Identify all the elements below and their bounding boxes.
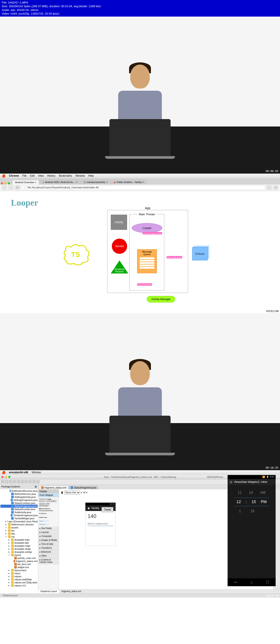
palette-section[interactable]: ▸ Time & Date — [38, 542, 59, 546]
palette-section[interactable]: ▸ Transitions — [38, 546, 59, 550]
tree-item[interactable]: activity_main.xml — [1, 556, 38, 560]
tab-marakana[interactable]: ⬡marakana/yamba× — [81, 180, 110, 184]
menu-help[interactable]: Help — [88, 174, 94, 177]
tree-item[interactable]: ▶values-sw600dp — [1, 578, 38, 581]
tree-item[interactable]: SettingsFragment.java — [1, 498, 38, 502]
app-icon: ◉ — [88, 506, 90, 510]
timestamp: 00:06:50 — [265, 170, 278, 173]
android-navbar: ↩ ⌂ ☐ — [228, 578, 276, 586]
back-button[interactable]: ↩ — [232, 580, 239, 584]
file-tree[interactable]: NotificationReceiver.javaRefreshService.… — [0, 489, 38, 588]
toolbar-icon[interactable] — [9, 480, 12, 484]
menu-button[interactable]: ≡ — [273, 185, 278, 190]
tab-android-sdk[interactable]: ◆Android SDK | Android De…× — [40, 180, 80, 184]
tree-item[interactable]: RefreshService.java — [1, 492, 38, 496]
tree-item[interactable]: NotificationReceiver.java — [1, 490, 38, 492]
bookmark-button[interactable]: ☆ — [266, 185, 272, 190]
window-controls[interactable] — [1, 182, 10, 184]
folder-icon — [11, 551, 14, 553]
tree-item[interactable]: ▶layout-land — [1, 569, 38, 572]
apple-icon[interactable]: 🍎 — [2, 174, 6, 178]
tree-item[interactable]: YambaWidget.java — [1, 517, 38, 520]
tree-item[interactable]: TimelineFragment.java — [1, 514, 38, 517]
editor-tab-fragment[interactable]: fragment_status.xml — [39, 486, 68, 490]
tree-item[interactable]: fragment_status.xml — [1, 560, 38, 563]
toolbar-icon[interactable] — [36, 480, 40, 484]
menu-edit[interactable]: Edit — [30, 174, 35, 177]
palette-section[interactable]: ▸ Custom & Library Views — [38, 558, 59, 564]
back-button[interactable]: ← — [2, 185, 7, 190]
tree-item[interactable]: ▶values-sw720dp-land — [1, 581, 38, 584]
toolbar-icon[interactable] — [5, 480, 8, 484]
tab-graphical-layout[interactable]: Graphical Layout — [38, 590, 59, 594]
menu-bookmarks[interactable]: Bookmarks — [59, 174, 72, 177]
status-input[interactable] — [88, 522, 113, 526]
emu-menu-window[interactable]: Window — [32, 471, 41, 474]
tree-item[interactable]: ▶drawable-mdpi — [1, 544, 38, 548]
menu-file[interactable]: File — [22, 174, 27, 177]
toolbar-icon[interactable] — [13, 480, 16, 484]
tab-android-overview[interactable]: Android Overview× — [12, 180, 39, 184]
palette-section[interactable]: ▸ Text Fields — [38, 526, 59, 530]
tree-item[interactable]: ▶Referenced Libraries — [1, 523, 38, 526]
close-icon[interactable]: × — [35, 181, 36, 184]
apple-icon[interactable]: 🍎 — [2, 470, 6, 474]
tree-item[interactable]: list_item.xml — [1, 563, 38, 566]
tree-item[interactable]: ▶drawable-xxhdpi — [1, 550, 38, 554]
tree-item[interactable]: SubActivity.java — [1, 511, 38, 514]
tree-item[interactable]: ▶gen [Generated Java Files] — [1, 520, 38, 523]
toolbar-icon[interactable] — [32, 480, 36, 484]
time-picker[interactable]: 1114AM 12:15PM 116 — [228, 485, 276, 519]
tree-item[interactable]: StatusContract.java — [1, 502, 38, 505]
device-select[interactable]: Nexus One — [64, 491, 80, 494]
palette-section[interactable]: ▸ Images & Media — [38, 538, 59, 542]
tree-item[interactable]: ▶libs — [1, 532, 38, 535]
tree-item[interactable]: ▶drawable-hdpi — [1, 538, 38, 541]
tree-item[interactable]: ▶drawable-ldpi — [1, 541, 38, 544]
tweet-button[interactable]: Tweet — [102, 507, 113, 512]
tree-item[interactable]: ▶values-v11 — [1, 584, 38, 587]
close-icon[interactable]: × — [106, 181, 107, 184]
tree-item[interactable]: ▼layout — [1, 554, 38, 556]
menu-view[interactable]: View — [38, 174, 44, 177]
tree-item[interactable]: ▼assets — [1, 526, 38, 529]
palette-form-widgets[interactable]: Form Widgets — [38, 493, 59, 497]
palette-section[interactable]: ▸ Advanced — [38, 550, 59, 554]
tree-item[interactable]: SettingsActivity.java — [1, 496, 38, 498]
toolbar-icon[interactable] — [21, 480, 24, 484]
tree-item[interactable]: ▶values — [1, 575, 38, 578]
tab-yamba-timeline[interactable]: ◉Public timeline - Yamba× — [111, 180, 147, 184]
tree-item[interactable]: ▶drawable-xhdpi — [1, 548, 38, 550]
tree-item[interactable]: widget.xml — [1, 566, 38, 569]
selected-time-row[interactable]: 12:15PM — [234, 498, 269, 506]
tree-item[interactable]: StatusProvider.java — [1, 508, 38, 511]
tree-item[interactable]: ▶menu — [1, 572, 38, 575]
tree-item[interactable]: ▶bin — [1, 529, 38, 532]
button-widget[interactable]: Button — [50, 500, 56, 502]
toolbar-icon[interactable] — [17, 480, 20, 484]
close-icon[interactable]: × — [76, 181, 77, 184]
toolbar-icon[interactable] — [1, 480, 4, 484]
palette-section[interactable]: ▸ Layouts — [38, 530, 59, 534]
toolbar-icon[interactable] — [28, 480, 32, 484]
close-icon[interactable]: × — [143, 181, 144, 184]
window-controls[interactable] — [1, 476, 11, 478]
palette-section[interactable]: ▸ Other — [38, 554, 59, 558]
url-input[interactable]: 📄 file://localhost/Users/Shared/Android_… — [21, 185, 265, 190]
menu-history[interactable]: History — [47, 174, 55, 177]
home-button[interactable]: ⌂ — [248, 580, 255, 584]
tree-item[interactable]: ▼res — [1, 535, 38, 538]
forward-button[interactable]: → — [8, 185, 14, 190]
tree-item[interactable]: StatusFragment.java — [1, 505, 38, 508]
menu-window[interactable]: Window — [76, 174, 85, 177]
toolbar-icon[interactable] — [25, 480, 28, 484]
app-name[interactable]: Chrome — [9, 174, 19, 177]
app-label: App — [143, 206, 152, 210]
reload-button[interactable]: ⟳ — [15, 185, 20, 190]
palette-section[interactable]: ▸ Composite — [38, 534, 59, 538]
close-icon[interactable]: ⊠ — [35, 485, 37, 488]
recents-button[interactable]: ☐ — [264, 580, 271, 584]
emu-app-name[interactable]: emulator64-x86 — [9, 471, 28, 474]
tab-xml-source[interactable]: fragment_status.xml — [59, 590, 84, 594]
editor-tab-statusfragment[interactable]: StatusFragment.java — [69, 486, 98, 490]
